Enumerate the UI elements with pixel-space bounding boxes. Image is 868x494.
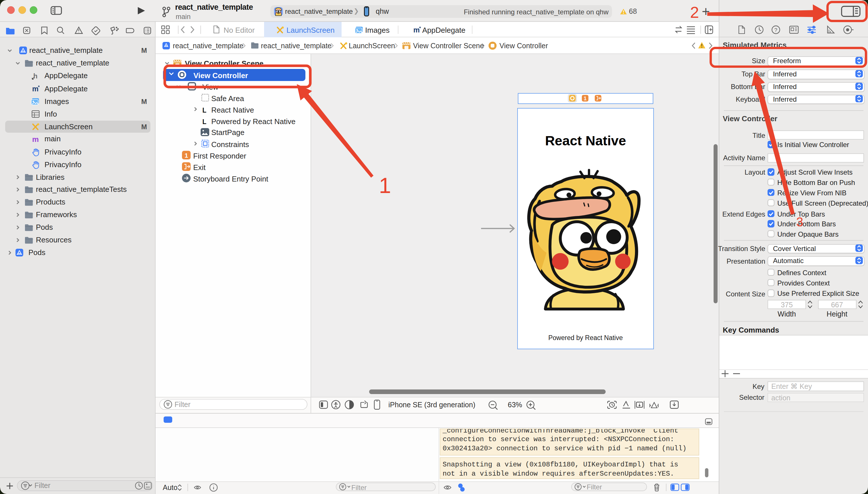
svg-text:Filter: Filter	[35, 481, 51, 489]
svg-text:?: ?	[774, 27, 777, 33]
svg-text:m: m	[413, 26, 419, 34]
svg-text:L: L	[202, 118, 206, 126]
svg-text:L: L	[202, 107, 206, 114]
svg-text:Filter: Filter	[175, 400, 191, 408]
svg-text:1: 1	[184, 152, 188, 159]
svg-text:1: 1	[584, 96, 587, 101]
